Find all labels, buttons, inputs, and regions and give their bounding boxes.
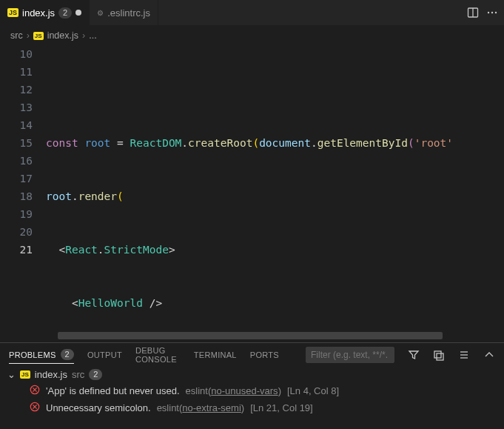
problem-source: eslint(no-extra-semi): [157, 402, 245, 413]
svg-point-4: [495, 12, 497, 13]
problem-item[interactable]: Unnecessary semicolon. eslint(no-extra-s…: [0, 399, 504, 416]
config-icon: ⚙: [97, 9, 104, 17]
chevron-right-icon: ›: [82, 30, 85, 41]
panel-tab-problems[interactable]: PROBLEMS 2: [9, 349, 74, 364]
svg-point-3: [491, 12, 493, 13]
problem-message: 'App' is defined but never used.: [46, 385, 180, 396]
breadcrumb-tail[interactable]: ...: [89, 30, 96, 41]
error-icon: [30, 402, 40, 414]
line-number-gutter: 10 11 12 13 14 15 16 17 18 19 20 21: [0, 45, 46, 342]
problem-source: eslint(no-unused-vars): [186, 385, 281, 396]
problem-item[interactable]: 'App' is defined but never used. eslint(…: [0, 382, 504, 399]
tab-label: index.js: [22, 7, 55, 19]
tab-index-js[interactable]: JS index.js 2: [0, 0, 90, 25]
tab-label: .eslintrc.js: [107, 7, 150, 19]
filter-icon[interactable]: [408, 349, 420, 361]
code-editor[interactable]: 10 11 12 13 14 15 16 17 18 19 20 21 cons…: [0, 45, 504, 342]
breadcrumb[interactable]: src › JS index.js › ...: [0, 26, 504, 45]
file-problem-count: 2: [89, 369, 102, 380]
svg-rect-6: [437, 353, 443, 360]
tab-error-badge: 2: [58, 7, 72, 19]
chevron-up-icon[interactable]: [483, 349, 495, 361]
js-icon: JS: [7, 8, 19, 17]
problems-filter-input[interactable]: [306, 347, 394, 363]
problem-location: [Ln 4, Col 8]: [287, 385, 339, 396]
code-line: <React.StrictMode>: [46, 241, 453, 259]
chevron-right-icon: ›: [27, 30, 30, 41]
code-line: root.render(: [46, 187, 453, 205]
panel-tab-output[interactable]: OUTPUT: [87, 350, 122, 359]
editor-tabbar: JS index.js 2 ⚙ .eslintrc.js: [0, 0, 504, 26]
panel-tabbar: PROBLEMS 2 OUTPUT DEBUG CONSOLE TERMINAL…: [0, 343, 504, 367]
error-icon: [30, 385, 40, 397]
bottom-panel: PROBLEMS 2 OUTPUT DEBUG CONSOLE TERMINAL…: [0, 342, 504, 429]
code-area[interactable]: const root = ReactDOM.createRoot(documen…: [46, 45, 453, 342]
svg-rect-5: [434, 351, 441, 358]
breadcrumb-seg[interactable]: index.js: [47, 30, 78, 41]
js-icon: JS: [33, 32, 44, 40]
problems-list: ⌄ JS index.js src 2 'App' is defined but…: [0, 367, 504, 429]
panel-tab-ports[interactable]: PORTS: [250, 350, 279, 359]
more-actions-icon[interactable]: [486, 7, 498, 19]
problems-count-badge: 2: [61, 349, 74, 360]
js-icon: JS: [20, 370, 30, 379]
chevron-down-icon[interactable]: ⌄: [7, 369, 16, 380]
view-as-list-icon[interactable]: [458, 349, 470, 361]
problems-file-name: index.js: [35, 369, 67, 380]
tab-eslintrc[interactable]: ⚙ .eslintrc.js: [90, 0, 158, 25]
breadcrumb-seg[interactable]: src: [10, 30, 23, 41]
problems-file-dir: src: [72, 369, 84, 380]
horizontal-scrollbar[interactable]: [58, 332, 443, 339]
panel-tab-debug-console[interactable]: DEBUG CONSOLE: [135, 346, 181, 364]
code-line: const root = ReactDOM.createRoot(documen…: [46, 134, 453, 152]
code-line: <HelloWorld />: [46, 294, 453, 312]
collapse-all-icon[interactable]: [433, 349, 445, 361]
panel-tab-terminal[interactable]: TERMINAL: [194, 350, 237, 359]
problem-location: [Ln 21, Col 19]: [250, 402, 313, 413]
split-editor-icon[interactable]: [467, 7, 479, 19]
code-line: [46, 81, 453, 99]
problem-message: Unnecessary semicolon.: [46, 402, 151, 413]
dirty-dot-icon: [75, 10, 81, 16]
svg-point-2: [488, 12, 489, 13]
problems-file-row[interactable]: ⌄ JS index.js src 2: [0, 367, 504, 382]
